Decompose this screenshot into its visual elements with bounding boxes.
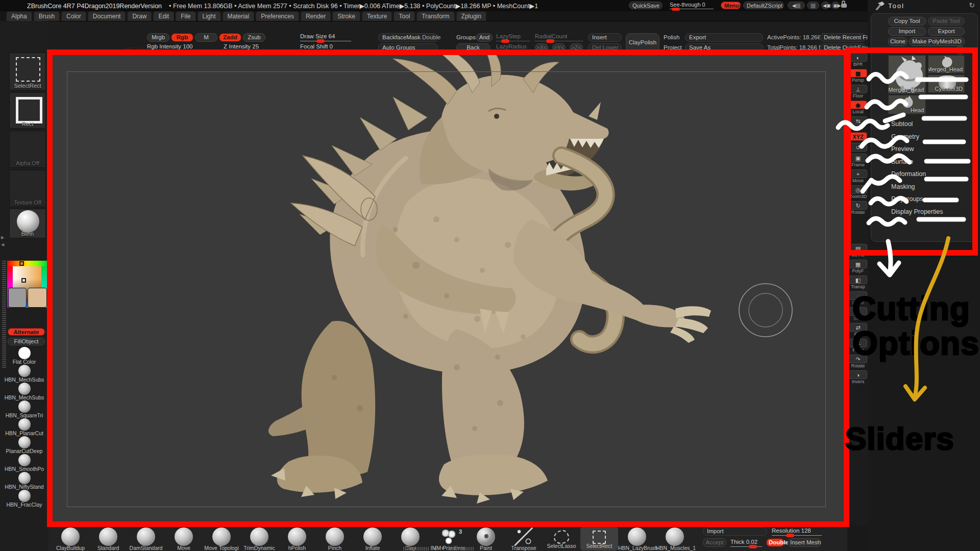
texture-selector-tile[interactable]: Texture Off bbox=[9, 170, 46, 207]
stroke-selector-tile[interactable]: SelectRect bbox=[9, 53, 46, 90]
shelf-toggle[interactable]: ▦ Persp bbox=[849, 69, 867, 83]
groups-and-button[interactable]: And bbox=[476, 33, 493, 42]
tray-brush-item[interactable]: Standard bbox=[89, 527, 127, 550]
clay-polish-button[interactable]: ClayPolish bbox=[626, 33, 659, 52]
tool-thumbnail-active[interactable]: Merged_Head bbox=[888, 55, 926, 94]
backface-mask-field[interactable]: BackfaceMask Double bbox=[378, 33, 438, 42]
quicksave-button[interactable]: QuickSave bbox=[629, 2, 663, 9]
sv-marker[interactable] bbox=[21, 278, 26, 283]
make-polymesh3d-button[interactable]: Make PolyMesh3D bbox=[909, 37, 965, 46]
rect-stroke-tile[interactable]: Rect bbox=[9, 92, 46, 129]
shelf-toggle[interactable]: ↷ Rotate bbox=[849, 355, 867, 368]
accept-button[interactable]: Accept bbox=[703, 538, 726, 547]
menu-tab[interactable]: Edit bbox=[153, 11, 174, 21]
clone-button[interactable]: Clone bbox=[888, 37, 908, 46]
reset-icon[interactable]: ↻ bbox=[969, 1, 975, 9]
sidebar-brush-item[interactable]: HBN_MechSubs bbox=[0, 365, 48, 383]
shelf-toggle[interactable]: ◐ BPR bbox=[849, 53, 867, 67]
shelf-toggle[interactable]: ◑ Invers bbox=[849, 370, 867, 384]
radial-count-slider[interactable]: RadialCount bbox=[535, 33, 583, 41]
lazy-radius-slider[interactable]: LazyRadius bbox=[496, 43, 530, 52]
tray-pager[interactable]: ▲ ▼ bbox=[403, 546, 475, 550]
doc-prev-icon[interactable]: ◀▣ bbox=[821, 2, 829, 9]
z-intensity-slider[interactable]: Z Intensity 25 bbox=[224, 43, 264, 52]
shelf-toggle[interactable]: + Move bbox=[849, 169, 867, 183]
sidebar-brush-item[interactable]: HBN_SquareTri bbox=[0, 400, 48, 418]
copy-tool-button[interactable]: Copy Tool bbox=[888, 17, 926, 26]
tool-section-header[interactable]: Masking bbox=[869, 183, 975, 196]
menu-tab[interactable]: Tool bbox=[394, 11, 415, 21]
tool-thumbnail[interactable]: Cylinder3D bbox=[928, 74, 965, 93]
menu-tab[interactable]: Transform bbox=[416, 11, 454, 21]
shelf-toggle[interactable]: ● Solo bbox=[849, 307, 867, 321]
tool-section-header[interactable]: Polygroups bbox=[869, 195, 975, 208]
shelf-toggle[interactable]: ▦ PolyF bbox=[849, 260, 867, 273]
tool-thumbnail[interactable]: Merged_Head bbox=[928, 55, 965, 73]
tool-section-header[interactable]: Geometry bbox=[869, 133, 975, 146]
alternate-color-button[interactable]: Alternate bbox=[8, 328, 45, 336]
rgb-intensity-slider[interactable]: Rgb Intensity 100 bbox=[147, 43, 198, 52]
insert-mesh-button[interactable]: Insert Mesh bbox=[788, 538, 821, 547]
material-selector-tile[interactable]: Blinn bbox=[9, 209, 46, 238]
tray-brush-item[interactable]: Inflate bbox=[354, 527, 391, 550]
menu-tab[interactable]: Material bbox=[223, 11, 255, 21]
tray-brush-item[interactable]: hPolish bbox=[278, 527, 316, 550]
shelf-toggle[interactable]: ⇅ Flip v bbox=[849, 339, 867, 353]
menu-tab[interactable]: Color bbox=[61, 11, 86, 21]
shelf-toggle[interactable]: ⇄ Flip bbox=[849, 323, 867, 337]
pager-down-icon[interactable]: ▼ bbox=[440, 546, 445, 550]
shelf-toggle[interactable]: XYZ bbox=[849, 132, 867, 141]
tray-brush-item[interactable]: Pinch bbox=[316, 527, 354, 550]
thick-slider[interactable]: Thick 0.02 bbox=[730, 539, 762, 547]
tool-section-header[interactable]: Subtool bbox=[869, 120, 975, 133]
menu-tab[interactable]: Stroke bbox=[332, 11, 360, 21]
sidebar-brush-item[interactable]: HBN_MechSubs bbox=[0, 383, 48, 400]
tool-thumbnail[interactable]: Head bbox=[888, 95, 926, 114]
shelf-toggle[interactable]: ◧ Transp bbox=[849, 276, 867, 289]
default-zscript-button[interactable]: DefaultZScript bbox=[743, 2, 784, 9]
menu-tab[interactable]: Light bbox=[198, 11, 221, 21]
shelf-toggle[interactable]: ◌ Ghost bbox=[849, 291, 867, 305]
polish-export-field[interactable]: Export bbox=[685, 33, 763, 42]
shelf-toggle[interactable]: ↺ bbox=[849, 143, 867, 152]
tool-section-header[interactable]: Display Properties bbox=[869, 208, 975, 221]
tray-brush-item[interactable]: HBN_LazyBrush bbox=[618, 527, 656, 550]
double-button[interactable]: Double bbox=[766, 538, 785, 547]
see-through-slider[interactable]: See-through 0 bbox=[670, 2, 714, 9]
insert-button[interactable]: Insert bbox=[588, 33, 622, 42]
resolution-slider[interactable]: Resolution 128 bbox=[772, 528, 822, 536]
sidebar-collapse-icon[interactable]: ◀ bbox=[1, 242, 4, 247]
shelf-toggle[interactable]: ◎ Zoom3D bbox=[849, 185, 867, 199]
fill-object-button[interactable]: FillObject bbox=[8, 338, 45, 345]
alpha-selector-tile[interactable]: Alpha Off bbox=[9, 131, 46, 168]
tool-section-header[interactable]: Surface bbox=[869, 158, 975, 171]
focal-shift-slider[interactable]: Focal Shift 0 bbox=[300, 43, 347, 52]
export-button[interactable]: Export bbox=[928, 27, 965, 36]
mode-button[interactable]: Rgb bbox=[171, 33, 193, 42]
tool-section-header[interactable]: Deformation bbox=[869, 170, 975, 183]
mode-button[interactable]: Zadd bbox=[219, 33, 241, 42]
shelf-toggle[interactable]: ◉ Local bbox=[849, 101, 867, 114]
sidebar-expand-icon[interactable]: ▶ bbox=[1, 235, 4, 240]
tray-brush-item[interactable]: Move bbox=[165, 527, 203, 550]
menu-tab[interactable]: Brush bbox=[34, 11, 60, 21]
lazy-step-slider[interactable]: LazyStep bbox=[496, 33, 530, 41]
paste-tool-button[interactable]: Paste Tool bbox=[928, 17, 965, 26]
secondary-color-swatch[interactable] bbox=[28, 288, 47, 308]
sidebar-brush-item[interactable]: PlanarCutDeep bbox=[0, 436, 48, 454]
tray-brush-item[interactable]: DamStandard bbox=[127, 527, 165, 550]
menu-tab[interactable]: Alpha bbox=[6, 11, 32, 21]
mode-button[interactable]: Mrgb bbox=[147, 33, 169, 42]
tray-brush-item[interactable]: Transpose bbox=[505, 527, 543, 550]
shelf-toggle[interactable]: ▤ Int-Fill bbox=[849, 244, 867, 258]
shelf-toggle[interactable]: ▣ Frame bbox=[849, 154, 867, 167]
divider-left-icon[interactable]: ◀|||| bbox=[788, 2, 805, 9]
menu-tab[interactable]: File bbox=[176, 11, 195, 21]
menu-tab[interactable]: Draw bbox=[127, 11, 152, 21]
menu-tab[interactable]: Render bbox=[301, 11, 331, 21]
tray-brush-item[interactable]: Move Topologi bbox=[203, 527, 240, 550]
mode-button[interactable]: Zsub bbox=[243, 33, 265, 42]
tray-brush-item[interactable]: TrimDynamic bbox=[240, 527, 278, 550]
sidebar-brush-item[interactable]: HBN_FracClay bbox=[0, 490, 48, 508]
menu-tab[interactable]: Zplugin bbox=[456, 11, 486, 21]
